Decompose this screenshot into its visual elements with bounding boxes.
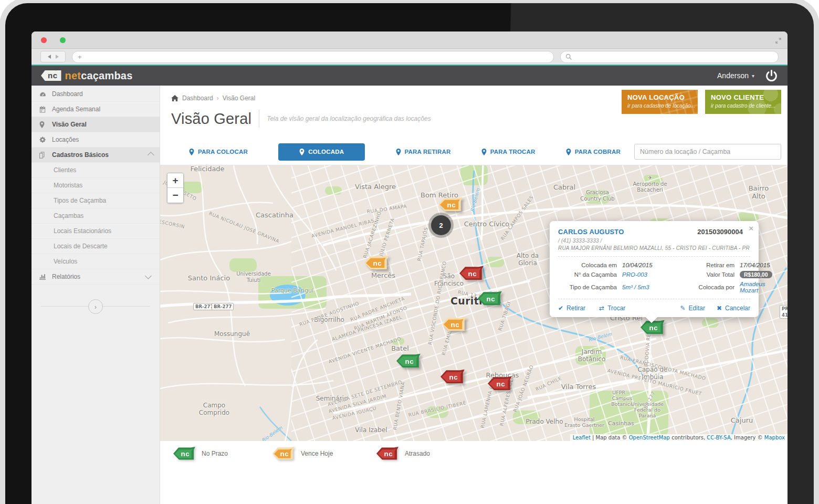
attribution-link[interactable]: Mapbox <box>764 435 785 440</box>
map-place-label: Prado Velho <box>526 418 563 426</box>
retirar-action[interactable]: ✔Retirar <box>558 304 585 312</box>
location-marker-orange[interactable]: nc <box>272 447 295 460</box>
map-place-label: Capão de Imbúia <box>638 366 668 381</box>
customer-name[interactable]: CARLOS AUGUSTO <box>558 228 624 236</box>
home-icon <box>171 95 178 101</box>
map-place-label: Graciosa Country Club <box>580 190 614 202</box>
tab-para-retirar[interactable]: PARA RETIRAR <box>396 149 451 155</box>
tab-para-trocar[interactable]: PARA TROCAR <box>481 149 536 155</box>
pin-icon <box>39 121 52 128</box>
legend-label: Vence Hoje <box>301 450 333 457</box>
map-street-label: ALAMEDA PRINCESA IZABEL <box>331 314 403 342</box>
zoom-out-button[interactable]: − <box>167 188 183 203</box>
close-window-button[interactable] <box>41 37 47 43</box>
sidebar-item-locais-de-descarte[interactable]: Locais de Descarte <box>32 239 160 254</box>
marker-cluster[interactable]: 2 <box>431 215 451 235</box>
sidebar-item-relato-rios[interactable]: Relatórios <box>32 269 160 285</box>
field-label: Tipo de Caçamba <box>558 284 617 290</box>
attribution-text: , Imagery © <box>731 435 764 440</box>
nav-buttons[interactable] <box>40 51 66 62</box>
chevron-up-icon <box>148 152 154 159</box>
sidebar-item-vei-culos[interactable]: Veículos <box>32 254 160 269</box>
sidebar-item-visa-o-geral[interactable]: Visão Geral <box>32 117 160 132</box>
location-marker-red[interactable]: nc <box>376 447 398 460</box>
field-value[interactable]: PRO-003 <box>622 271 675 278</box>
search-icon <box>565 54 572 60</box>
map-place-label: Centro Cívico <box>464 220 510 228</box>
tab-colocada[interactable]: COLOCADA <box>278 143 365 161</box>
sidebar-item-agenda-semanal[interactable]: Agenda Semanal <box>32 102 160 117</box>
resize-icon <box>775 36 781 46</box>
attribution-link[interactable]: Leaflet <box>573 435 591 440</box>
map-place-label: Universidade Federal do Paraná <box>631 402 664 419</box>
zoom-in-button[interactable]: + <box>167 173 183 188</box>
back-icon[interactable] <box>48 55 51 59</box>
page-title: Visão Geral <box>171 110 251 128</box>
location-marker-orange[interactable]: nc <box>438 197 463 212</box>
tab-label: PARA RETIRAR <box>405 149 451 155</box>
map-river-label: Rio-Belém <box>469 188 481 213</box>
trocar-action[interactable]: ⇄Trocar <box>599 304 625 312</box>
minimize-window-button[interactable] <box>32 37 37 43</box>
browser-titlebar <box>32 32 788 49</box>
field-value[interactable]: Amadeus Mozart <box>740 281 772 293</box>
sidebar-item-motoristas[interactable]: Motoristas <box>32 178 160 193</box>
sidebar-item-locac-o-es[interactable]: Locações <box>32 132 160 148</box>
location-marker-red[interactable]: nc <box>440 370 465 384</box>
field-label: Colocada em <box>558 262 617 268</box>
divider <box>259 110 259 128</box>
sidebar-item-dashboard[interactable]: Dashboard <box>32 87 160 102</box>
map-street-label: AVENIDA VICENTE MACHADO <box>328 336 402 364</box>
logout-power-button[interactable] <box>765 69 778 82</box>
sidebar-item-locais-estaciona-rios[interactable]: Locais Estacionários <box>32 224 160 239</box>
forward-icon[interactable] <box>56 55 59 59</box>
map-zoom-control: + − <box>167 173 184 203</box>
novo-cliente-button[interactable]: NOVO CLIENTEir para cadastro de cliente.… <box>705 90 781 114</box>
map-place-label: Campo Comprido <box>199 402 229 417</box>
location-marker-green[interactable]: nc <box>173 447 195 460</box>
sidebar-collapse-button[interactable]: › <box>88 299 103 314</box>
location-marker-orange[interactable]: nc <box>364 256 388 270</box>
location-marker-orange[interactable]: nc <box>442 317 466 332</box>
zoom-window-button[interactable] <box>60 37 66 43</box>
docs-icon <box>39 152 52 159</box>
breadcrumb-dashboard[interactable]: Dashboard <box>182 94 213 102</box>
swap-icon: ⇄ <box>599 304 604 312</box>
location-marker-red[interactable]: nc <box>488 376 512 391</box>
nova-locacao-button[interactable]: NOVA LOCAÇÃOir para cadastro de locação.… <box>622 90 698 114</box>
location-search-input[interactable] <box>634 144 781 160</box>
sidebar-item-label: Locais Estacionários <box>54 227 111 235</box>
location-marker-green[interactable]: nc <box>396 354 421 369</box>
field-value[interactable]: 5m³ / 5m3 <box>622 284 675 290</box>
field-label: Colocada por <box>680 284 734 290</box>
sidebar-item-clientes[interactable]: Clientes <box>32 163 160 178</box>
tab-label: PARA TROCAR <box>490 149 536 155</box>
sidebar-item-cadastros-ba-sicos[interactable]: Cadastros Básicos <box>32 148 160 163</box>
tab-para-cobrar[interactable]: PARA COBRAR <box>566 149 621 155</box>
field-value: 10/04/2015 <box>622 262 675 268</box>
sidebar-item-cac-ambas[interactable]: Caçambas <box>32 208 160 224</box>
legend-item-orange: ncVence Hoje <box>272 447 333 460</box>
map[interactable]: FelicidadeVista AlegreBom RetiroCabralGr… <box>160 165 788 441</box>
close-icon[interactable]: × <box>749 224 753 233</box>
sidebar-item-tipos-de-cac-amba[interactable]: Tipos de Caçamba <box>32 193 160 208</box>
map-pin-icon <box>566 149 571 155</box>
attribution-link[interactable]: OpenStreetMap <box>629 435 670 440</box>
map-place-label: Cabral <box>553 184 575 192</box>
road-shield-badge: BR-277 <box>193 303 215 310</box>
url-bar[interactable]: + <box>72 51 554 63</box>
browser-search-field[interactable] <box>560 51 779 63</box>
location-marker-green[interactable]: nc <box>640 320 665 335</box>
power-icon <box>765 69 778 82</box>
cancelar-action[interactable]: ✖Cancelar <box>717 304 750 312</box>
sidebar-item-label: Relatórios <box>52 273 80 280</box>
location-marker-green[interactable]: nc <box>478 291 502 306</box>
map-place-label: Casinhas <box>608 421 634 427</box>
user-menu[interactable]: Anderson▾ <box>717 71 754 80</box>
map-place-label: Alto da Gloria <box>517 253 539 267</box>
editar-action[interactable]: ✎Editar <box>680 304 705 312</box>
brand-logo[interactable]: nc netcaçambas <box>41 70 132 82</box>
tab-para-colocar[interactable]: PARA COLOCAR <box>189 149 248 155</box>
attribution-link[interactable]: CC-BY-SA <box>707 435 730 440</box>
location-marker-red[interactable]: nc <box>459 266 484 281</box>
